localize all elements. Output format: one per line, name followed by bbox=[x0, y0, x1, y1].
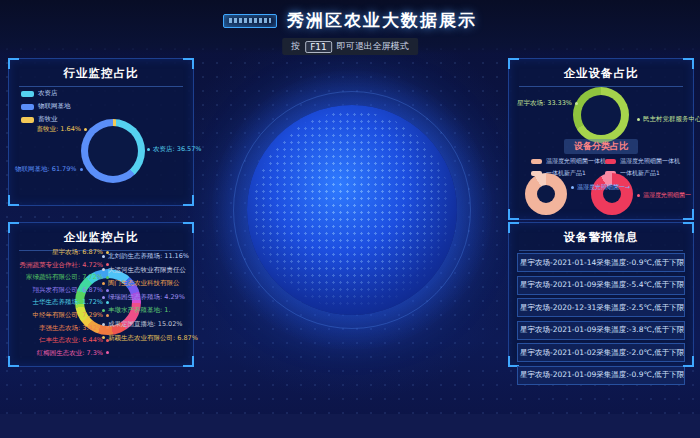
alarm-list: 星宇农场-2021-01-14采集温度:-0.9℃,低于下限:0℃ 星宇农场-2… bbox=[517, 253, 685, 385]
industry-monitor-panel: 行业监控占比 农资店 物联网基地 畜牧业 畜牧业: 1.64% 农资店: 36.… bbox=[8, 58, 194, 206]
alarm-row[interactable]: 星宇农场-2021-01-09采集温度:-0.9℃,低于下限:0℃ bbox=[517, 366, 685, 385]
alarm-row[interactable]: 星宇农场-2021-01-14采集温度:-0.9℃,低于下限:0℃ bbox=[517, 253, 685, 272]
equipment-label-right: 民主村党群服务中心: bbox=[637, 115, 700, 123]
alarm-row[interactable]: 星宇农场-2021-01-02采集温度:-2.0℃,低于下限:0℃ bbox=[517, 343, 685, 362]
chart-label: 绿瑞园生态养殖场: 4.29% bbox=[102, 293, 190, 301]
legend-label: 温湿度光照细菌一体机 bbox=[546, 157, 606, 166]
industry-donut-chart[interactable] bbox=[81, 119, 145, 183]
globe bbox=[247, 105, 457, 315]
fullscreen-tip: 按 F11 即可退出全屏模式 bbox=[282, 38, 418, 55]
legend-label: 物联网基地 bbox=[38, 102, 71, 111]
chart-label: 大运河生态牧业有限责任公 bbox=[102, 266, 190, 274]
f11-key: F11 bbox=[305, 41, 332, 53]
industry-legend: 农资店 物联网基地 畜牧业 bbox=[21, 89, 71, 124]
legend-swatch bbox=[531, 159, 542, 164]
legend-label: 畜牧业 bbox=[38, 115, 58, 124]
chart-label: 仁丰生态农业: 6.44% bbox=[13, 336, 109, 344]
legend-label: 一体机新产品1 bbox=[620, 169, 660, 178]
chart-label: 中经年有限公司: 7.29% bbox=[13, 311, 109, 319]
legend-item[interactable]: 温湿度光照细菌一体机 bbox=[605, 157, 680, 166]
legend-label: 农资店 bbox=[38, 89, 58, 98]
legend-label: 温湿度光照细菌一体机 bbox=[620, 157, 680, 166]
page-title: 秀洲区农业大数据展示 bbox=[287, 9, 477, 32]
fullscreen-tip-prefix: 按 bbox=[291, 40, 300, 53]
enterprise-right-labels: 北刘韵生态养殖场: 11.16% 大运河生态牧业有限责任公 陶门生态农业科技有限… bbox=[102, 252, 190, 342]
fullscreen-tip-suffix: 即可退出全屏模式 bbox=[337, 40, 409, 53]
legend-swatch bbox=[605, 159, 616, 164]
equipment-donut-chart[interactable] bbox=[573, 87, 629, 143]
device-class-left-donut[interactable] bbox=[525, 173, 567, 215]
industry-label-iot: 物联网基地: 61.79% bbox=[15, 165, 81, 173]
alarm-row[interactable]: 星宇农场-2021-01-09采集温度:-3.8℃,低于下限:0℃ bbox=[517, 321, 685, 340]
chart-label: 星宇农场: 6.87% bbox=[13, 248, 109, 256]
chart-label: 李强生态农场: 3.42% bbox=[13, 324, 109, 332]
legend-item[interactable]: 物联网基地 bbox=[21, 102, 71, 111]
logo-badge bbox=[223, 14, 277, 28]
device-alarm-panel: 设备警报信息 星宇农场-2021-01-14采集温度:-0.9℃,低于下限:0℃… bbox=[508, 222, 694, 367]
device-class-left-label: 温湿度光照细菌一→ bbox=[571, 183, 630, 191]
legend-item[interactable]: 农资店 bbox=[21, 89, 71, 98]
industry-label-livestock: 畜牧业: 1.64% bbox=[23, 125, 87, 133]
enterprise-left-labels: 星宇农场: 6.87% 秀洲蔬菜专业合作社: 4.72% 家绿蔬特有限公司: 7… bbox=[13, 248, 109, 357]
device-class-title: 设备分类占比 bbox=[564, 139, 638, 154]
alarm-row[interactable]: 星宇农场-2021-01-09采集温度:-5.4℃,低于下限:0℃ bbox=[517, 276, 685, 295]
chart-label: 红梅园生态农业: 7.3% bbox=[13, 349, 109, 357]
chart-label: 丰墩水产养殖基地: 1. bbox=[102, 306, 190, 314]
device-class-right-label: 温湿度光照细菌一 bbox=[637, 191, 691, 199]
chart-label: 新颖生态农业有限公司: 6.87% bbox=[102, 334, 190, 342]
enterprise-monitor-panel: 企业监控占比 星宇农场: 6.87% 秀洲蔬菜专业合作社: 4.72% 家绿蔬特… bbox=[8, 222, 194, 367]
header: 秀洲区农业大数据展示 按 F11 即可退出全屏模式 bbox=[0, 0, 700, 54]
chart-label: 陶门生态农业科技有限公 bbox=[102, 279, 190, 287]
chart-label: 家绿蔬特有限公司: 7.72% bbox=[13, 273, 109, 281]
device-class-right-donut[interactable] bbox=[591, 173, 633, 215]
chart-label: 翔兴发有限公司: 6.87% bbox=[13, 286, 109, 294]
globe-dot-map bbox=[253, 111, 451, 309]
chart-label: 秀洲蔬菜专业合作社: 4.72% bbox=[13, 261, 109, 269]
chart-label: 士华生态养殖场: 1.72% bbox=[13, 298, 109, 306]
equipment-panel: 企业设备占比 星宇农场: 33.33% 民主村党群服务中心: 设备分类占比 温湿… bbox=[508, 58, 694, 220]
alarm-row[interactable]: 星宇农场-2020-12-31采集温度:-2.5℃,低于下限:0℃ bbox=[517, 298, 685, 317]
footer-band bbox=[0, 414, 700, 438]
chart-label: 成果定国直播地: 15.02% bbox=[102, 320, 190, 328]
industry-label-store: 农资店: 36.57% bbox=[147, 145, 202, 153]
legend-item[interactable]: 温湿度光照细菌一体机 bbox=[531, 157, 606, 166]
chart-label: 北刘韵生态养殖场: 11.16% bbox=[102, 252, 190, 260]
legend-swatch bbox=[21, 104, 34, 110]
legend-swatch bbox=[21, 91, 34, 97]
legend-swatch bbox=[21, 117, 34, 123]
equipment-label-left: 星宇农场: 33.33% bbox=[517, 99, 573, 107]
legend-item[interactable]: 畜牧业 bbox=[21, 115, 71, 124]
